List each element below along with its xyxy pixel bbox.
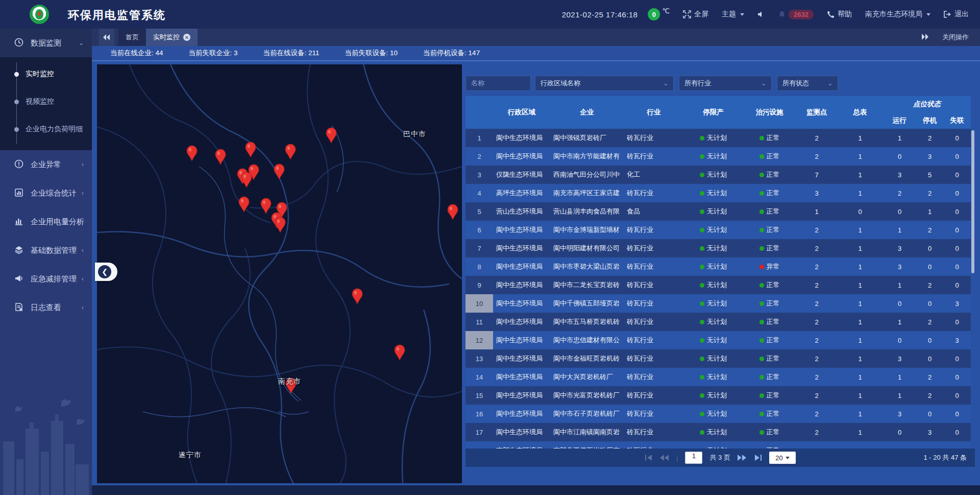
col-monitor: 监测点: [796, 96, 837, 129]
next-page-icon: [738, 455, 747, 461]
col-total: 总表: [837, 96, 883, 129]
status-dot-icon: [700, 228, 704, 232]
industry-select[interactable]: 所有行业 ⌄: [679, 76, 772, 91]
table-row[interactable]: 2阆中生态环境局阆中市南方节能建材有砖瓦行业无计划正常21030: [465, 147, 971, 166]
table-row[interactable]: 8阆中生态环境局阆中市枣碧大梁山页岩砖瓦行业无计划异常21300: [465, 257, 971, 276]
status-dot-icon: [700, 430, 704, 435]
prev-page-button[interactable]: [660, 455, 669, 461]
stats-bar: 当前在线企业: 44当前失联企业: 3当前在线设备: 211当前失联设备: 10…: [92, 46, 980, 61]
tab-realtime-monitoring[interactable]: 实时监控 ✕: [146, 29, 198, 46]
sidebar-collapse-handle[interactable]: ❮: [95, 263, 117, 281]
company-cell: 西南油气田分公司川中: [550, 166, 624, 184]
table-row[interactable]: 11阆中生态环境局阆中市五马桥页岩机砖砖瓦行业无计划正常21120: [465, 313, 971, 331]
monitor-count-cell: 2: [796, 441, 837, 449]
close-operations-button[interactable]: 关闭操作: [942, 33, 969, 42]
name-search-input[interactable]: 名称: [465, 76, 531, 91]
map-pin-icon[interactable]: [275, 217, 285, 232]
table-row[interactable]: 10阆中生态环境局阆中千佛镇五郎垭页岩砖瓦行业无计划正常21003: [465, 294, 971, 313]
sidebar-item-6[interactable]: 日志查看‹: [0, 293, 92, 322]
region-cell: 阆中生态环境局: [493, 331, 550, 349]
table-row[interactable]: 12阆中生态环境局阆中市忠信建材有限公砖瓦行业无计划正常21003: [465, 331, 971, 349]
region-select[interactable]: 行政区域名称 ⌄: [535, 76, 674, 91]
table-row[interactable]: 13阆中生态环境局阆中市金福旺页岩机砖砖瓦行业无计划正常21300: [465, 349, 971, 368]
status-dot-icon: [700, 301, 704, 306]
page-size-select[interactable]: 20: [769, 452, 796, 464]
sidebar-subitem-1[interactable]: 视频监控: [0, 88, 92, 115]
table-row[interactable]: 5营山生态环境局营山县润丰肉食品有限食品无计划正常10010: [465, 202, 971, 221]
sidebar-item-2[interactable]: 企业综合统计‹: [0, 179, 92, 207]
table-row[interactable]: 18南部生态环境局南部县双佛页岩砖厂有砖瓦行业无计划正常21003: [465, 441, 971, 449]
page-number-input[interactable]: 1: [685, 452, 702, 464]
log-file-icon: [14, 302, 23, 313]
sidebar-item-0[interactable]: 数据监测⌄: [0, 29, 92, 57]
first-page-button[interactable]: [645, 455, 653, 461]
company-cell: 阆中强锐页岩砖厂: [550, 129, 624, 147]
lost-count-cell: 3: [943, 441, 971, 449]
table-row[interactable]: 17阆中生态环境局阆中市江南镇阆南页岩砖瓦行业无计划正常21030: [465, 423, 971, 441]
status-dot-icon: [700, 320, 704, 324]
table-row[interactable]: 4高坪生态环境局南充市高坪区王家店建砖瓦行业无计划正常31220: [465, 184, 971, 202]
company-cell: 阆中市五马桥页岩机砖: [550, 313, 624, 331]
table-row[interactable]: 1阆中生态环境局阆中强锐页岩砖厂砖瓦行业无计划正常21120: [465, 129, 971, 147]
map-pin-icon[interactable]: [448, 204, 458, 220]
halt-status-cell: 无计划: [684, 147, 743, 166]
table-row[interactable]: 3仪陇生态环境局西南油气田分公司川中化工无计划正常71350: [465, 166, 971, 184]
sidebar-subitem-0[interactable]: 实时监控: [0, 60, 92, 88]
tab-home[interactable]: 首页: [118, 29, 146, 46]
map-pin-icon[interactable]: [241, 172, 252, 187]
facility-status-cell: 正常: [743, 129, 796, 147]
halt-status-cell: 无计划: [684, 313, 743, 331]
notifications-button[interactable]: 2632: [778, 10, 814, 19]
help-button[interactable]: 帮助: [827, 10, 852, 19]
map-pin-icon[interactable]: [395, 345, 405, 360]
org-dropdown[interactable]: 南充市生态环境局: [865, 10, 930, 19]
region-cell: 阆中生态环境局: [493, 386, 550, 405]
map-panel[interactable]: 巴中市南充市遂宁市: [97, 64, 462, 483]
map-pin-icon[interactable]: [352, 289, 362, 304]
sidebar-subitem-2[interactable]: 企业电力负荷明细: [0, 115, 92, 143]
table-row[interactable]: 6阆中生态环境局阆中市金博瑞新型墙材砖瓦行业无计划正常21120: [465, 221, 971, 239]
total-meter-cell: 1: [837, 239, 883, 257]
map-pin-icon[interactable]: [215, 149, 226, 164]
tabs-scroll-right-button[interactable]: [922, 34, 929, 41]
table-row[interactable]: 7阆中生态环境局阆中明阳建材有限公司砖瓦行业无计划正常21300: [465, 239, 971, 257]
sidebar-item-5[interactable]: 应急减排管理‹: [0, 265, 92, 293]
map-pin-icon[interactable]: [326, 128, 336, 143]
tabs-scroll-left-button[interactable]: [99, 29, 114, 46]
run-count-cell: 0: [883, 147, 916, 166]
run-count-cell: 0: [883, 441, 916, 449]
status-dot-icon: [700, 265, 704, 269]
status-dot-icon: [760, 320, 764, 324]
total-pages-label: 共 3 页: [709, 453, 730, 462]
table-row[interactable]: 16阆中生态环境局阆中市石子页岩机砖厂砖瓦行业无计划正常21300: [465, 405, 971, 423]
sidebar-item-4[interactable]: 基础数据管理‹: [0, 236, 92, 265]
map-pin-icon[interactable]: [285, 144, 296, 159]
status-select[interactable]: 所有状态 ⌄: [777, 76, 838, 91]
monitor-count-cell: 2: [796, 221, 837, 239]
map-pin-icon[interactable]: [239, 197, 249, 212]
sidebar-item-1[interactable]: 企业异常‹: [0, 150, 92, 179]
table-row[interactable]: 9阆中生态环境局阆中市二龙长宝页岩砖砖瓦行业无计划正常21120: [465, 276, 971, 294]
fullscreen-button[interactable]: 全屏: [683, 10, 708, 19]
halt-status-cell: 无计划: [684, 276, 743, 294]
industry-cell: 砖瓦行业: [624, 386, 684, 405]
table-row[interactable]: 15阆中生态环境局阆中市光富页岩机砖厂砖瓦行业无计划正常21120: [465, 386, 971, 405]
table-scrollbar[interactable]: [971, 130, 974, 273]
company-cell: 阆中千佛镇五郎垭页岩: [550, 294, 624, 313]
last-page-button[interactable]: [754, 455, 762, 461]
table-row[interactable]: 14阆中生态环境局阆中大兴页岩机砖厂砖瓦行业无计划正常21120: [465, 368, 971, 386]
monitor-count-cell: 2: [796, 368, 837, 386]
company-cell: 阆中市枣碧大梁山页岩: [550, 257, 624, 276]
sound-toggle[interactable]: [757, 11, 765, 18]
logout-button[interactable]: 退出: [944, 10, 969, 19]
theme-dropdown[interactable]: 主题: [722, 10, 744, 19]
run-count-cell: 1: [883, 276, 916, 294]
lost-count-cell: 0: [943, 276, 971, 294]
map-pin-icon[interactable]: [261, 198, 271, 214]
next-page-button[interactable]: [738, 455, 747, 461]
close-tab-icon[interactable]: ✕: [183, 34, 190, 41]
map-pin-icon[interactable]: [187, 146, 197, 161]
map-pin-icon[interactable]: [274, 164, 284, 179]
sidebar-item-3[interactable]: 企业用电量分析‹: [0, 207, 92, 236]
map-pin-icon[interactable]: [246, 142, 256, 157]
